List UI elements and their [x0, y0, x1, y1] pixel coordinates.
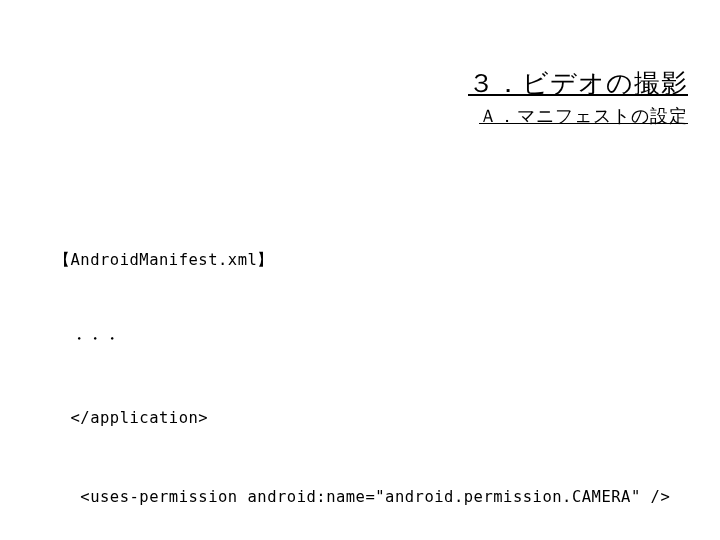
- code-line: ・・・: [54, 326, 720, 352]
- code-line: </application>: [54, 405, 720, 431]
- code-block: 【AndroidManifest.xml】 ・・・ </application>…: [54, 194, 720, 540]
- page-title: ３．ビデオの撮影: [468, 66, 688, 101]
- code-line: <uses-permission android:name="android.p…: [54, 484, 720, 510]
- page-subtitle: Ａ．マニフェストの設定: [479, 104, 688, 128]
- document-page: ３．ビデオの撮影 Ａ．マニフェストの設定 【AndroidManifest.xm…: [0, 0, 720, 540]
- code-line: 【AndroidManifest.xml】: [54, 247, 720, 273]
